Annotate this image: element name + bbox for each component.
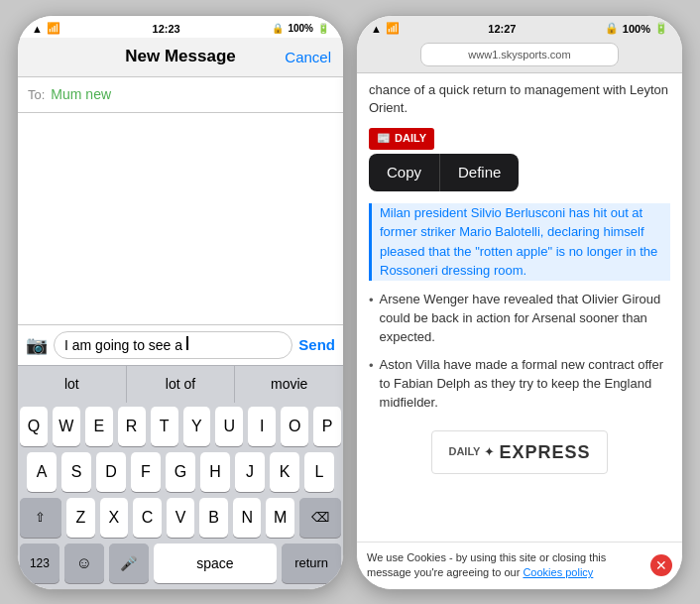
keyboard-row-3: ⇧ Z X C V B N M ⌫ bbox=[20, 498, 341, 538]
context-menu-wrapper: 📰 DAILY Copy Define bbox=[369, 128, 670, 199]
emoji-key[interactable]: ☺ bbox=[64, 544, 104, 583]
key-c[interactable]: C bbox=[133, 498, 162, 538]
to-label: To: bbox=[28, 87, 45, 102]
key-u[interactable]: U bbox=[215, 407, 243, 446]
express-text: EXPRESS bbox=[499, 439, 590, 465]
key-k[interactable]: K bbox=[270, 452, 299, 492]
battery-left: 100% bbox=[288, 23, 313, 34]
cookie-text: We use Cookies - by using this site or c… bbox=[367, 550, 642, 581]
key-p[interactable]: P bbox=[313, 407, 341, 446]
bullet-text-1: Arsene Wenger have revealed that Olivier… bbox=[380, 291, 670, 347]
cookie-bar: We use Cookies - by using this site or c… bbox=[357, 542, 682, 589]
battery-area-right: 🔒 100% 🔋 bbox=[605, 22, 668, 35]
return-key[interactable]: return bbox=[282, 544, 341, 583]
lock-icon: 🔒 bbox=[272, 23, 284, 34]
key-a[interactable]: A bbox=[27, 452, 57, 492]
status-bar-left: ▲ 📶 12:23 🔒 100% 🔋 bbox=[18, 16, 343, 38]
nav-bar-left: New Message Cancel bbox=[18, 38, 343, 77]
bullet-text-2: Aston Villa have made a formal new contr… bbox=[380, 356, 670, 413]
daily-express-logo: DAILY ✦ EXPRESS bbox=[431, 430, 607, 474]
cursor bbox=[186, 336, 188, 350]
compose-area: 📷 I am going to see a Send bbox=[18, 324, 343, 365]
cookie-link[interactable]: Cookies policy bbox=[523, 566, 593, 578]
key-h[interactable]: H bbox=[200, 452, 230, 492]
mic-key[interactable]: 🎤 bbox=[109, 544, 149, 583]
bullet-item-2: • Aston Villa have made a formal new con… bbox=[369, 356, 670, 413]
shift-key[interactable]: ⇧ bbox=[20, 498, 61, 538]
key-b[interactable]: B bbox=[199, 498, 228, 538]
space-key[interactable]: space bbox=[154, 544, 278, 583]
lock-icon-right: 🔒 bbox=[605, 22, 619, 35]
key-f[interactable]: F bbox=[131, 452, 161, 492]
key-q[interactable]: Q bbox=[20, 407, 48, 446]
status-icons-right: ▲ 📶 bbox=[371, 22, 400, 35]
key-i[interactable]: I bbox=[248, 407, 276, 446]
bullet-item-1: • Arsene Wenger have revealed that Olivi… bbox=[369, 291, 670, 347]
key-v[interactable]: V bbox=[167, 498, 195, 538]
delete-key[interactable]: ⌫ bbox=[299, 498, 341, 538]
send-button[interactable]: Send bbox=[298, 336, 335, 353]
url-field[interactable]: www1.skysports.com bbox=[420, 43, 619, 66]
keyboard-row-1: Q W E R T Y U I O P bbox=[20, 407, 341, 446]
autocomplete-item-2[interactable]: lot of bbox=[127, 366, 236, 403]
time-right: 12:27 bbox=[488, 23, 516, 35]
signal-icon-right: ▲ bbox=[371, 23, 382, 35]
key-w[interactable]: W bbox=[53, 407, 80, 446]
keyboard-bottom-row: 123 ☺ 🎤 space return bbox=[20, 544, 341, 583]
wifi-icon-right: 📶 bbox=[386, 22, 400, 35]
status-bar-right: ▲ 📶 12:27 🔒 100% 🔋 bbox=[357, 16, 682, 38]
key-o[interactable]: O bbox=[281, 407, 308, 446]
highlighted-article-text: Milan president Silvio Berlusconi has hi… bbox=[369, 203, 670, 281]
browser-content: chance of a quick return to management w… bbox=[357, 73, 682, 542]
keyboard: Q W E R T Y U I O P A S D F G H J K bbox=[18, 403, 343, 589]
key-y[interactable]: Y bbox=[183, 407, 211, 446]
message-body bbox=[18, 113, 343, 324]
daily-banner: 📰 DAILY bbox=[369, 128, 434, 150]
right-phone: ▲ 📶 12:27 🔒 100% 🔋 www1.skysports.com ch… bbox=[356, 15, 683, 590]
battery-icon-right: 🔋 bbox=[654, 22, 668, 35]
key-n[interactable]: N bbox=[233, 498, 262, 538]
page-title: New Message bbox=[125, 47, 236, 66]
key-d[interactable]: D bbox=[96, 452, 126, 492]
num-key[interactable]: 123 bbox=[20, 544, 59, 583]
battery-area-left: 🔒 100% 🔋 bbox=[272, 23, 329, 34]
to-field[interactable]: To: Mum new bbox=[18, 77, 343, 113]
bullet-dot-1: • bbox=[369, 292, 374, 347]
copy-menu-item[interactable]: Copy bbox=[369, 154, 440, 191]
autocomplete-item-3[interactable]: movie bbox=[235, 366, 343, 403]
key-j[interactable]: J bbox=[235, 452, 265, 492]
status-icons-left: ▲ 📶 bbox=[32, 22, 60, 35]
wifi-icon: 📶 bbox=[47, 22, 60, 35]
battery-right: 100% bbox=[623, 23, 650, 35]
key-e[interactable]: E bbox=[85, 407, 113, 446]
key-s[interactable]: S bbox=[61, 452, 91, 492]
key-z[interactable]: Z bbox=[66, 498, 95, 538]
cancel-button[interactable]: Cancel bbox=[285, 49, 331, 65]
close-icon: ✕ bbox=[655, 557, 667, 573]
key-g[interactable]: G bbox=[166, 452, 195, 492]
compose-input[interactable]: I am going to see a bbox=[54, 331, 292, 359]
autocomplete-item-1[interactable]: lot bbox=[18, 366, 127, 403]
compose-text: I am going to see a bbox=[64, 337, 182, 353]
bullet-dot-2: • bbox=[369, 357, 374, 413]
key-l[interactable]: L bbox=[304, 452, 334, 492]
key-m[interactable]: M bbox=[266, 498, 294, 538]
autocomplete-bar: lot lot of movie bbox=[18, 365, 343, 403]
article-intro: chance of a quick return to management w… bbox=[369, 81, 670, 119]
daily-express-prefix: DAILY bbox=[448, 444, 480, 460]
key-r[interactable]: R bbox=[118, 407, 146, 446]
context-menu[interactable]: Copy Define bbox=[369, 154, 519, 191]
key-x[interactable]: X bbox=[100, 498, 129, 538]
camera-icon[interactable]: 📷 bbox=[26, 334, 48, 356]
signal-icon: ▲ bbox=[32, 23, 43, 35]
key-t[interactable]: T bbox=[151, 407, 178, 446]
daily-icon: 📰 bbox=[377, 131, 391, 147]
to-value: Mum new bbox=[51, 86, 111, 102]
time-left: 12:23 bbox=[153, 23, 180, 35]
battery-icon-left: 🔋 bbox=[317, 23, 329, 34]
browser-url-bar: www1.skysports.com bbox=[357, 38, 682, 73]
left-phone: ▲ 📶 12:23 🔒 100% 🔋 New Message Cancel To… bbox=[17, 15, 344, 590]
cookie-close-button[interactable]: ✕ bbox=[650, 554, 672, 576]
express-emblem: ✦ bbox=[484, 443, 495, 462]
define-menu-item[interactable]: Define bbox=[440, 154, 519, 191]
